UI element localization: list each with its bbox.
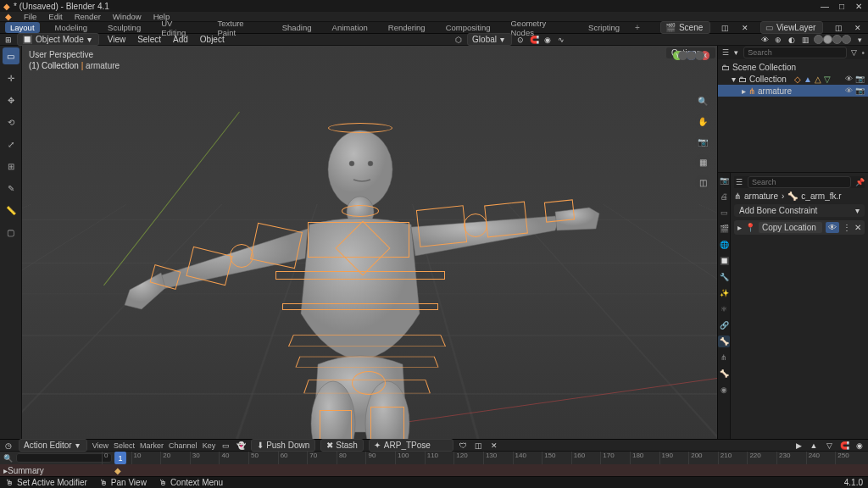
orientation-icon[interactable]: ⬡ [453,35,464,45]
action-selector[interactable]: ✦ARP_TPose [369,439,453,452]
ptab-viewlayer[interactable]: ▭ [718,207,730,219]
ae-view[interactable]: View [92,441,108,450]
hdr-view[interactable]: View [108,35,126,44]
mode-selector[interactable]: 🔲Object Mode▾ [17,33,99,46]
blender-icon[interactable]: ◆ [5,12,12,21]
ae-editor-icon[interactable]: ◷ [3,441,14,451]
ptab-render[interactable]: 📷 [718,175,730,186]
new-viewlayer-button[interactable]: ◫ [833,23,843,33]
channel-search[interactable] [16,453,112,463]
tab-modeling[interactable]: Modeling [50,22,93,33]
maximize-button[interactable]: □ [836,1,848,11]
rig-elbow-l[interactable] [230,244,253,268]
ae-mode[interactable]: Action Editor▾ [19,439,87,452]
ptab-armdata[interactable]: ⋔ [718,352,730,363]
rig-halo[interactable] [328,123,392,133]
scale-tool[interactable]: ⤢ [3,136,19,152]
rig-hip2[interactable] [295,357,438,368]
tab-layout[interactable]: Layout [5,22,40,33]
outliner-search[interactable] [743,47,847,58]
add-constraint-button[interactable]: Add Bone Constraint▾ [734,204,865,217]
ptab-bone[interactable]: 🦴 [718,368,730,380]
ptab-physics[interactable]: ⚛ [718,303,730,315]
rig-neck[interactable] [342,205,379,217]
visibility-icon[interactable]: 👁 [760,35,770,45]
overlay-icon[interactable]: ◐ [787,35,797,45]
editor-type-icon[interactable]: ⊞ [3,35,14,45]
constraint-eye-icon[interactable]: 👁 [826,222,839,233]
transform-tool[interactable]: ⊞ [3,158,19,175]
pan-icon[interactable]: ✋ [695,114,710,129]
stash-button[interactable]: ✖Stash [320,439,364,452]
outliner-editor-icon[interactable]: ☰ [721,47,729,58]
ae-prop-icon[interactable]: ◉ [854,441,865,451]
ae-channel[interactable]: Channel [169,441,198,450]
persp-icon[interactable]: ▦ [695,154,710,169]
tab-shading[interactable]: Shading [277,22,317,33]
new-action-icon[interactable]: ◫ [474,441,484,451]
3d-viewport[interactable]: Options ▾ User Perspective (1) Collectio… [22,46,717,439]
outliner-display-icon[interactable]: ▾ [732,47,740,58]
props-editor-icon[interactable]: ☰ [734,177,744,187]
tab-rendering[interactable]: Rendering [383,22,431,33]
tab-scripting[interactable]: Scripting [583,22,625,33]
ae-snap-icon[interactable]: 🧲 [839,441,849,451]
push-down-button[interactable]: ⬇Push Down [251,439,315,452]
ptab-material[interactable]: ◉ [718,384,730,396]
zoom-icon[interactable]: 🔍 [695,93,710,108]
frame-ruler[interactable]: 0102030405060708090100110120130140150160… [102,452,865,464]
select-tool[interactable]: ▭ [3,47,19,64]
scene-selector[interactable]: 🎬Scene [660,21,710,34]
rig-wrist-r[interactable] [544,199,575,222]
tab-compositing[interactable]: Compositing [441,22,496,33]
ptab-output[interactable]: 🖨 [718,191,730,202]
snap-icon[interactable]: 🧲 [529,35,539,45]
wireframe-shading[interactable] [814,35,823,44]
ae-arrow-icon[interactable]: ▶ [793,441,804,451]
clip-icon[interactable]: ◫ [695,175,710,190]
delete-scene-button[interactable]: ✕ [741,23,750,33]
menu-render[interactable]: Render [75,12,101,21]
ae-sel-icon[interactable]: ▲ [809,441,819,451]
constraint-delete-icon[interactable]: ✕ [854,223,861,232]
ae-filter-icon[interactable]: ▽ [824,441,834,451]
props-search[interactable] [748,176,851,188]
constraint-expand-icon[interactable]: ▸ [737,223,742,232]
hdr-select[interactable]: Select [137,35,161,44]
solid-shading[interactable] [823,35,832,44]
rig-forearm-r[interactable] [484,202,528,238]
ptab-particles[interactable]: ✨ [718,287,730,299]
move-tool[interactable]: ✥ [3,92,19,108]
minimize-button[interactable]: — [819,1,831,11]
timeline[interactable]: 🔍 ⟷ 010203040506070809010011012013014015… [0,452,868,464]
ae-marker[interactable]: Marker [140,441,164,450]
hdr-add[interactable]: Add [173,35,188,44]
nav-gizmo[interactable]: Z X Y [673,51,710,88]
curve-icon[interactable]: ∿ [556,35,566,45]
addcube-tool[interactable]: ▢ [3,224,19,241]
outliner-collection[interactable]: ▾🗀Collection ◇▲△▽ 👁 📷 [718,73,868,85]
props-pin-icon[interactable]: 📌 [854,177,865,187]
menu-file[interactable]: File [24,12,36,21]
cursor-tool[interactable]: ✛ [3,69,19,86]
outliner-scene-collection[interactable]: 🗀Scene Collection [718,61,868,73]
camera-icon[interactable]: 📷 [695,134,710,149]
outliner-filter-icon[interactable]: ▽ [850,47,858,58]
tab-animation[interactable]: Animation [327,22,373,33]
menu-edit[interactable]: Edit [48,12,62,21]
ptab-modifiers[interactable]: 🔧 [718,271,730,283]
rig-pelvis-c[interactable] [352,371,386,395]
ptab-world[interactable]: 🌐 [718,239,730,251]
ae-key[interactable]: Key [203,441,216,450]
ptab-scene[interactable]: 🎬 [718,223,730,235]
ptab-boneconstr[interactable]: 🦴 [718,336,730,347]
viewlayer-selector[interactable]: ▭ViewLayer [760,21,824,34]
close-button[interactable]: ✕ [853,1,865,11]
rig-thigh-r[interactable] [370,407,404,439]
proportional-icon[interactable]: ◉ [542,35,553,45]
ptab-object[interactable]: 🔲 [718,255,730,267]
ae-ghost-icon[interactable]: 👻 [236,441,246,451]
summary-row[interactable]: ▸ Summary ◆ [0,464,868,476]
annotate-tool[interactable]: ✎ [3,180,19,197]
ae-nla-icon[interactable]: ▭ [220,441,231,451]
